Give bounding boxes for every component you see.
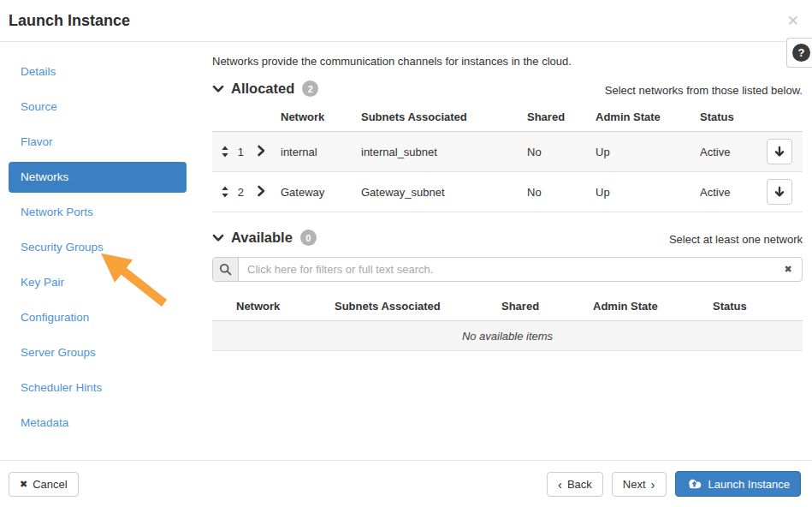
cell-admin-state: Up [594,132,698,172]
step-description: Networks provide the communication chann… [212,55,803,68]
allocated-table: Network Subnets Associated Shared Admin … [212,104,803,212]
cell-subnets: internal_subnet [359,132,525,172]
back-button[interactable]: ‹ Back [547,472,603,497]
available-title: Available [231,230,293,246]
row-order: 1 [238,146,244,158]
chevron-right-icon[interactable] [255,145,267,157]
clear-search-icon[interactable]: ✖ [774,258,802,281]
table-row: 1 internal internal_subnet No Up Active [212,132,803,172]
table-row: 2 Gateway Gateway_subnet No Up Active [212,172,803,212]
launch-instance-modal: Launch Instance ✕ ? Details Source Flavo… [0,0,812,507]
launch-instance-button[interactable]: Launch Instance [675,471,801,497]
available-toggle[interactable]: Available 0 [212,230,317,246]
chevron-right-icon: › [651,478,655,491]
deallocate-button[interactable] [767,179,792,205]
sidebar-item-network-ports[interactable]: Network Ports [0,197,205,228]
cell-shared: No [525,132,594,172]
allocated-header-row: Network Subnets Associated Shared Admin … [212,104,803,132]
sidebar-item-security-groups[interactable]: Security Groups [0,232,205,263]
row-order: 2 [238,186,244,199]
column-network: Network [212,293,333,321]
help-icon: ? [792,44,810,62]
sidebar-item-details[interactable]: Details [0,57,205,87]
cell-network: Gateway [279,172,359,212]
launch-label: Launch Instance [708,478,790,491]
column-spacer [212,104,253,132]
sort-handle-icon[interactable] [221,186,229,198]
available-header-row: Network Subnets Associated Shared Admin … [212,293,803,321]
cancel-button[interactable]: ✖ Cancel [9,472,79,497]
empty-message: No available items [212,321,803,351]
column-spacer [765,104,803,132]
sidebar-item-server-groups[interactable]: Server Groups [0,337,205,368]
allocated-title: Allocated [231,81,294,97]
help-button[interactable]: ? [786,38,812,68]
sort-handle-icon[interactable] [221,146,229,158]
allocated-section-header: Allocated 2 Select networks from those l… [212,81,803,97]
wizard-sidebar: Details Source Flavor Networks Network P… [0,42,205,443]
sidebar-item-key-pair[interactable]: Key Pair [0,267,205,298]
sidebar-item-flavor[interactable]: Flavor [0,127,205,158]
filter-search: ✖ [212,257,803,282]
allocated-hint: Select networks from those listed below. [605,84,803,97]
chevron-down-icon [212,83,224,95]
column-shared: Shared [500,293,591,321]
back-label: Back [567,478,592,491]
chevron-left-icon: ‹ [558,478,562,491]
next-button[interactable]: Next › [612,472,667,497]
allocated-toggle[interactable]: Allocated 2 [212,81,318,97]
chevron-down-icon [212,232,224,244]
column-spacer [253,104,279,132]
modal-header: Launch Instance ✕ [0,0,812,42]
available-hint: Select at least one network [669,233,803,246]
empty-row: No available items [212,321,803,351]
sidebar-item-source[interactable]: Source [0,92,205,122]
cell-admin-state: Up [594,172,698,212]
column-admin-state: Admin State [591,293,711,321]
arrow-down-icon [773,146,785,158]
search-icon[interactable] [213,258,239,281]
modal-footer: ✖ Cancel ‹ Back Next › Launch Instance [0,460,812,507]
column-status: Status [711,293,803,321]
available-count-badge: 0 [300,230,317,246]
cell-network: internal [279,132,359,172]
sidebar-item-configuration[interactable]: Configuration [0,302,205,333]
cancel-label: Cancel [33,478,67,491]
page-title: Launch Instance [9,12,130,30]
arrow-down-icon [773,186,785,198]
column-admin-state: Admin State [594,104,698,132]
search-input[interactable] [239,258,774,281]
x-icon: ✖ [20,479,27,490]
cell-shared: No [525,172,594,212]
available-section-header: Available 0 Select at least one network [212,230,803,246]
column-subnets-associated: Subnets Associated [359,104,525,132]
sidebar-item-scheduler-hints[interactable]: Scheduler Hints [0,373,205,403]
column-status: Status [698,104,765,132]
chevron-right-icon[interactable] [255,185,267,197]
networks-step-content: Networks provide the communication chann… [212,42,803,351]
cell-subnets: Gateway_subnet [359,172,525,212]
cell-status: Active [698,172,765,212]
wizard-nav-buttons: ‹ Back Next › Launch Instance [547,471,801,497]
cell-status: Active [698,132,765,172]
close-icon[interactable]: ✕ [787,14,799,28]
available-table: Network Subnets Associated Shared Admin … [212,293,803,351]
deallocate-button[interactable] [767,139,792,164]
column-network: Network [279,104,359,132]
sidebar-item-metadata[interactable]: Metadata [0,408,205,438]
column-subnets-associated: Subnets Associated [333,293,500,321]
cloud-upload-icon [686,478,702,490]
sidebar-item-networks[interactable]: Networks [9,162,187,193]
next-label: Next [623,478,646,491]
column-shared: Shared [525,104,594,132]
allocated-count-badge: 2 [302,81,318,97]
